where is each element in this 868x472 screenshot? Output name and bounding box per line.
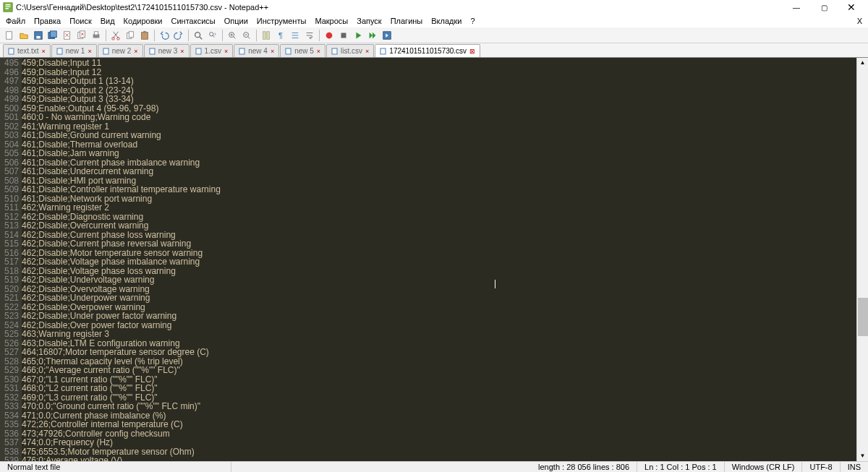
zoom-in-button[interactable] (226, 29, 239, 42)
menu-options[interactable]: Опции (220, 16, 252, 26)
svg-rect-10 (94, 31, 98, 34)
close-window-button[interactable]: ✕ (838, 0, 865, 14)
save-macro-button[interactable] (380, 29, 393, 42)
status-bar: Normal text file length : 28 056 lines :… (0, 461, 868, 472)
toolbar: ¶ (0, 27, 868, 43)
tab-6[interactable]: new 5× (280, 44, 326, 57)
tab-close-icon[interactable]: × (365, 48, 369, 55)
undo-button[interactable] (158, 29, 171, 42)
menu-plugins[interactable]: Плагины (386, 16, 427, 26)
save-button[interactable] (32, 29, 45, 42)
file-icon (331, 48, 339, 55)
tab-close-icon[interactable]: × (88, 48, 91, 55)
menu-macros[interactable]: Макросы (310, 16, 352, 26)
svg-rect-31 (239, 48, 244, 54)
menu-search[interactable]: Поиск (65, 16, 95, 26)
minimize-button[interactable]: — (783, 0, 810, 14)
status-encoding[interactable]: UTF-8 (802, 462, 840, 472)
tab-3[interactable]: new 3× (144, 44, 190, 57)
window-title: C:\Users\Геннадий\Desktop\test2\17241015… (16, 3, 268, 12)
sync-v-button[interactable] (260, 29, 273, 42)
tab-close-icon[interactable]: × (317, 48, 320, 55)
paste-button[interactable] (138, 29, 151, 42)
tab-2[interactable]: new 2× (98, 44, 143, 57)
file-icon (56, 48, 64, 55)
tab-close-icon[interactable]: × (134, 48, 137, 55)
print-button[interactable] (90, 29, 103, 42)
tab-close-icon[interactable]: × (180, 48, 184, 55)
code-area[interactable]: 459;Disable;Input 11459;Disable;Input 12… (22, 59, 868, 461)
replace-button[interactable] (206, 29, 219, 42)
scroll-track[interactable] (857, 68, 868, 451)
menu-run[interactable]: Запуск (352, 16, 386, 26)
tab-label: new 1 (66, 47, 85, 55)
svg-rect-27 (57, 48, 62, 54)
maximize-button[interactable]: ▢ (810, 0, 838, 14)
record-macro-button[interactable] (323, 29, 336, 42)
close-file-button[interactable] (61, 29, 74, 42)
tab-4[interactable]: 1.csv× (190, 44, 234, 57)
menu-help[interactable]: ? (466, 16, 479, 26)
app-icon (3, 2, 13, 12)
tab-0[interactable]: text.txt× (3, 44, 51, 57)
tab-label: new 3 (158, 47, 178, 55)
svg-rect-5 (51, 30, 57, 37)
play-macro-button[interactable] (352, 29, 365, 42)
menu-encodings[interactable]: Кодировки (119, 16, 167, 26)
menu-tools[interactable]: Инструменты (252, 16, 311, 26)
sync-h-button[interactable]: ¶ (274, 29, 287, 42)
menu-file[interactable]: Файл (1, 16, 30, 26)
tab-label: 1724101511015730.csv (389, 47, 467, 55)
tab-label: 1.csv (205, 47, 221, 55)
svg-rect-3 (36, 35, 40, 38)
indent-guide-button[interactable] (289, 29, 302, 42)
tab-close-icon[interactable]: × (41, 48, 45, 55)
redo-button[interactable] (172, 29, 185, 42)
svg-rect-16 (143, 30, 146, 33)
svg-rect-28 (103, 48, 109, 54)
copy-button[interactable] (124, 29, 137, 42)
scroll-up-arrow[interactable]: ▲ (858, 58, 868, 68)
scroll-down-arrow[interactable]: ▼ (858, 451, 868, 461)
tab-5[interactable]: new 4× (234, 44, 279, 57)
svg-rect-21 (263, 31, 266, 39)
svg-rect-0 (4, 3, 12, 12)
tab-7[interactable]: list.csv× (326, 44, 374, 57)
menu-view[interactable]: Вид (96, 16, 119, 26)
status-filetype: Normal text file (0, 462, 231, 472)
menu-syntax[interactable]: Синтаксисы (167, 16, 220, 26)
wrap-button[interactable] (303, 29, 316, 42)
tab-close-icon[interactable]: ⊠ (469, 48, 475, 55)
svg-rect-22 (267, 31, 270, 39)
svg-rect-33 (332, 48, 337, 54)
run-macro-multi-button[interactable] (366, 29, 379, 42)
menu-edit[interactable]: Правка (30, 16, 65, 26)
file-icon (239, 48, 246, 55)
menu-right-x[interactable]: X (853, 16, 868, 26)
tab-1[interactable]: new 1× (51, 44, 97, 57)
tab-close-icon[interactable]: × (224, 48, 228, 55)
tab-label: list.csv (341, 47, 362, 55)
tab-8[interactable]: 1724101511015730.csv⊠ (375, 44, 480, 57)
editor[interactable]: 4954964974984995005015025035045055065075… (0, 58, 868, 461)
new-file-button[interactable] (3, 29, 16, 42)
svg-point-23 (326, 32, 333, 38)
status-eol[interactable]: Windows (CR LF) (725, 462, 803, 472)
find-button[interactable] (192, 29, 205, 42)
stop-macro-button[interactable] (337, 29, 350, 42)
menu-tabs[interactable]: Вкладки (427, 16, 466, 26)
save-all-button[interactable] (46, 29, 59, 42)
file-icon (195, 48, 203, 55)
vertical-scrollbar[interactable]: ▲ ▼ (856, 58, 868, 461)
status-insert-mode[interactable]: INS (841, 462, 868, 472)
close-all-button[interactable] (75, 29, 88, 42)
open-file-button[interactable] (17, 29, 30, 42)
svg-rect-30 (196, 48, 201, 54)
file-icon (103, 48, 110, 55)
tab-close-icon[interactable]: × (271, 48, 274, 55)
tab-label: new 2 (112, 47, 132, 55)
scroll-thumb[interactable] (858, 298, 868, 336)
svg-rect-29 (150, 48, 155, 54)
cut-button[interactable] (109, 29, 122, 42)
zoom-out-button[interactable] (240, 29, 253, 42)
